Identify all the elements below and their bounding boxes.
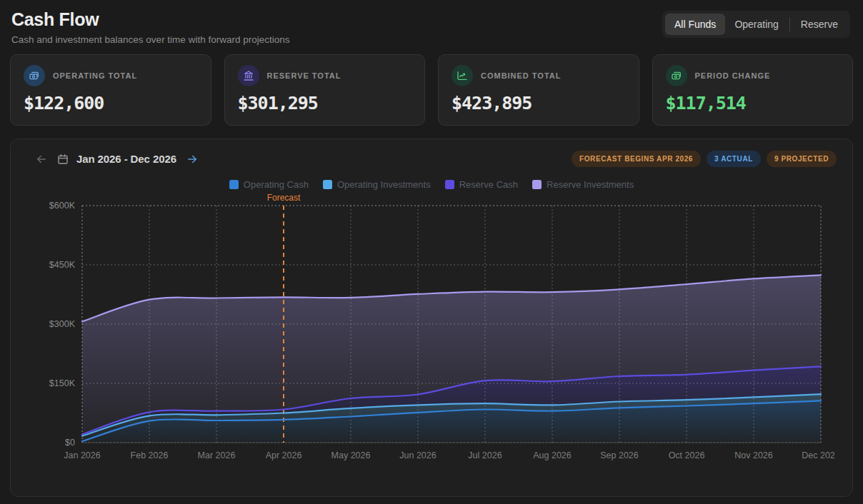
- card-period-change: PERIOD CHANGE $117,514: [652, 54, 854, 126]
- legend-swatch: [532, 180, 542, 189]
- y-axis-tick: $450K: [49, 260, 76, 270]
- legend-swatch: [323, 180, 332, 189]
- legend-swatch: [229, 180, 239, 189]
- legend-label: Reserve Investments: [547, 179, 634, 190]
- chart-legend: Operating CashOperating InvestmentsReser…: [26, 179, 837, 190]
- next-period-button[interactable]: [184, 151, 200, 167]
- x-axis-tick: Apr 2026: [266, 450, 302, 460]
- y-axis-tick: $150K: [49, 378, 76, 388]
- card-label: OPERATING TOTAL: [53, 71, 137, 80]
- arrow-left-icon: [35, 153, 48, 166]
- cashflow-chart: Forecast$0$150K$300K$450K$600KJan 2026Fe…: [26, 191, 835, 470]
- card-value: $122,600: [24, 93, 198, 114]
- arrow-right-icon: [186, 153, 199, 166]
- legend-item-2[interactable]: Reserve Cash: [445, 179, 518, 190]
- card-combined-total: COMBINED TOTAL $423,895: [438, 54, 639, 126]
- legend-label: Operating Cash: [244, 179, 309, 190]
- legend-label: Reserve Cash: [459, 179, 518, 190]
- title-block: Cash Flow Cash and investment balances o…: [11, 9, 289, 45]
- card-label: PERIOD CHANGE: [695, 71, 771, 80]
- stat-cards-row: OPERATING TOTAL $122,600 RESERVE TOTAL $…: [10, 54, 853, 126]
- tab-reserve[interactable]: Reserve: [792, 14, 847, 35]
- card-label: RESERVE TOTAL: [267, 71, 341, 80]
- date-range-nav: Jan 2026 - Dec 2026: [34, 151, 200, 167]
- x-axis-tick: Jan 2026: [64, 450, 100, 460]
- page-subtitle: Cash and investment balances over time w…: [11, 34, 289, 45]
- actual-count-badge: 3 ACTUAL: [707, 151, 761, 167]
- y-axis-tick: $300K: [49, 319, 76, 329]
- card-value: $423,895: [452, 93, 626, 114]
- projected-count-badge: 9 PROJECTED: [767, 151, 837, 167]
- x-axis-tick: Mar 2026: [198, 450, 236, 460]
- legend-item-0[interactable]: Operating Cash: [229, 179, 309, 190]
- legend-label: Operating Investments: [337, 179, 431, 190]
- x-axis-tick: Aug 2026: [533, 450, 572, 460]
- card-operating-total: OPERATING TOTAL $122,600: [10, 54, 211, 126]
- prev-period-button[interactable]: [34, 151, 49, 167]
- forecast-begins-badge: FORECAST BEGINS APR 2026: [572, 151, 701, 167]
- banknote-icon: [666, 65, 687, 86]
- banknote-icon: [24, 65, 45, 86]
- forecast-label: Forecast: [267, 193, 301, 203]
- x-axis-tick: Jul 2026: [468, 450, 502, 460]
- tab-divider: [789, 17, 790, 31]
- card-value: $117,514: [666, 93, 840, 114]
- tab-operating[interactable]: Operating: [725, 14, 787, 35]
- chart-badges: FORECAST BEGINS APR 2026 3 ACTUAL 9 PROJ…: [572, 151, 837, 167]
- x-axis-tick: Dec 2026: [802, 450, 835, 460]
- x-axis-tick: May 2026: [331, 450, 371, 460]
- calendar-icon: [57, 153, 69, 165]
- x-axis-tick: Jun 2026: [399, 450, 436, 460]
- chart-up-icon: [452, 65, 473, 86]
- landmark-icon: [238, 65, 259, 86]
- y-axis-tick: $600K: [49, 201, 76, 211]
- cash-flow-panel: Jan 2026 - Dec 2026 FORECAST BEGINS APR …: [10, 138, 853, 497]
- x-axis-tick: Feb 2026: [131, 450, 169, 460]
- y-axis-tick: $0: [65, 438, 75, 448]
- panel-header: Jan 2026 - Dec 2026 FORECAST BEGINS APR …: [26, 151, 837, 167]
- legend-item-3[interactable]: Reserve Investments: [532, 179, 634, 190]
- tab-all-funds[interactable]: All Funds: [665, 14, 725, 35]
- legend-item-1[interactable]: Operating Investments: [323, 179, 431, 190]
- date-range-label: Jan 2026 - Dec 2026: [76, 153, 176, 165]
- fund-tab-group: All Funds Operating Reserve: [662, 11, 850, 38]
- x-axis-tick: Sep 2026: [600, 450, 639, 460]
- legend-swatch: [445, 180, 454, 189]
- x-axis-tick: Nov 2026: [734, 450, 773, 460]
- card-label: COMBINED TOTAL: [481, 71, 561, 80]
- card-reserve-total: RESERVE TOTAL $301,295: [224, 54, 426, 126]
- x-axis-tick: Oct 2026: [669, 450, 705, 460]
- app-header: Cash Flow Cash and investment balances o…: [0, 0, 863, 52]
- page-title: Cash Flow: [11, 9, 289, 30]
- card-value: $301,295: [238, 93, 412, 114]
